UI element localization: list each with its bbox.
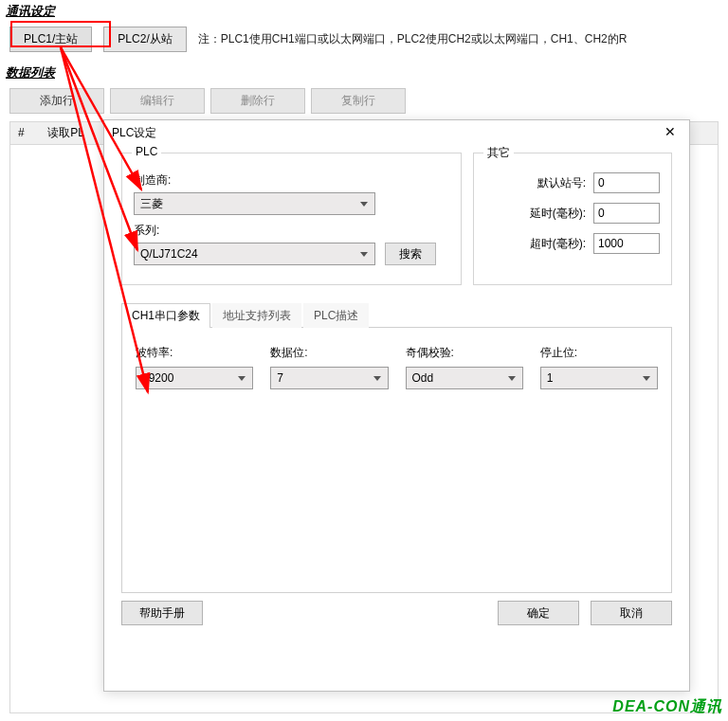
tab-serial-params[interactable]: CH1串口参数: [121, 303, 210, 328]
tab-strip-plc: PLC1/主站 PLC2/从站 注：PLC1使用CH1端口或以太网端口，PLC2…: [0, 23, 728, 62]
select-stopbits[interactable]: 1: [540, 367, 658, 389]
col-read: 读取PL: [47, 125, 84, 141]
btn-cancel[interactable]: 取消: [591, 601, 672, 625]
close-icon[interactable]: ✕: [657, 123, 683, 142]
label-manufacturer: 制造商:: [134, 172, 191, 189]
label-default-station: 默认站号:: [537, 175, 586, 191]
btn-del-row[interactable]: 删除行: [210, 88, 305, 114]
watermark: DEA-CON通讯: [612, 697, 722, 717]
serial-panel: 波特率: 19200 数据位: 7: [121, 328, 672, 593]
fieldset-plc: PLC 制造商: 三菱 系列: Q: [121, 153, 462, 285]
section-comm-settings: 通讯设定: [0, 0, 728, 23]
label-delay: 延时(毫秒):: [530, 206, 586, 222]
tab-plc2[interactable]: PLC2/从站: [103, 27, 186, 52]
select-parity[interactable]: Odd: [406, 367, 523, 389]
legend-plc: PLC: [132, 145, 161, 158]
dialog-title: PLC设定: [112, 125, 156, 141]
label-series: 系列:: [134, 223, 191, 239]
select-databits[interactable]: 7: [270, 367, 388, 389]
section-data-list: 数据列表: [0, 62, 728, 84]
toolbar: 添加行 编辑行 删除行 复制行: [0, 84, 728, 117]
legend-other: 其它: [483, 145, 514, 161]
label-parity: 奇偶校验:: [406, 345, 523, 361]
label-timeout: 超时(毫秒):: [530, 236, 586, 252]
input-delay[interactable]: [593, 203, 660, 224]
btn-edit-row[interactable]: 编辑行: [110, 88, 205, 114]
btn-ok[interactable]: 确定: [498, 601, 579, 625]
label-databits: 数据位:: [270, 345, 388, 361]
dialog-titlebar: PLC设定 ✕: [104, 120, 689, 145]
btn-copy-row[interactable]: 复制行: [311, 88, 406, 114]
input-timeout[interactable]: [593, 233, 660, 254]
fieldset-other: 其它 默认站号: 延时(毫秒): 超时(毫秒):: [473, 153, 672, 285]
sub-tabs: CH1串口参数 地址支持列表 PLC描述 波特率: 19200: [121, 302, 672, 593]
col-number: #: [16, 126, 45, 139]
tab-addr-list[interactable]: 地址支持列表: [212, 303, 301, 328]
label-stopbits: 停止位:: [540, 345, 658, 361]
btn-help[interactable]: 帮助手册: [121, 601, 203, 625]
input-default-station[interactable]: [593, 172, 660, 193]
select-series[interactable]: Q/LJ71C24: [134, 243, 375, 265]
tab-plc1[interactable]: PLC1/主站: [9, 27, 92, 52]
select-manufacturer[interactable]: 三菱: [134, 192, 375, 215]
select-baud[interactable]: 19200: [136, 367, 253, 389]
btn-search[interactable]: 搜索: [385, 243, 436, 265]
tab-plc-desc[interactable]: PLC描述: [303, 303, 369, 328]
label-baud: 波特率:: [136, 345, 253, 361]
btn-add-row[interactable]: 添加行: [9, 88, 104, 114]
tab-note: 注：PLC1使用CH1端口或以太网端口，PLC2使用CH2或以太网端口，CH1、…: [198, 31, 628, 47]
plc-settings-dialog: PLC设定 ✕ PLC 制造商: 三菱 系列:: [103, 119, 690, 692]
